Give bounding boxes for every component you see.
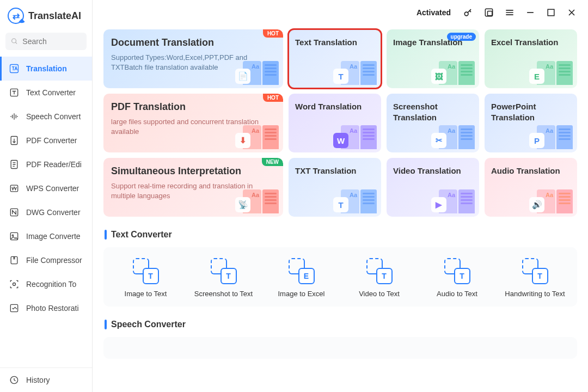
card-deco: Aa✂ (439, 125, 475, 149)
card-deco: AaT (341, 61, 377, 85)
tool-label: Screenshot to Text (194, 290, 253, 299)
tool-label: Handwriting to Text (505, 290, 565, 299)
svg-rect-15 (485, 9, 492, 16)
translation-row-2: HOT PDF Translation large files supporte… (103, 94, 577, 152)
tool-audio-to-text[interactable]: T Audio to Text (420, 258, 494, 299)
recognition-icon (9, 279, 20, 290)
card-title: Audio Translation (491, 166, 571, 176)
sidebar-item-label: File Compressor (26, 256, 82, 265)
svg-point-0 (12, 39, 16, 43)
sidebar-item-photo-restore[interactable]: Photo Restorati (0, 296, 92, 320)
sidebar-item-wps-converter[interactable]: WPS Converter (0, 176, 92, 200)
card-excel-translation[interactable]: Excel Translation AaE (485, 29, 577, 88)
sidebar-item-label: DWG Converter (26, 208, 81, 217)
card-deco: AaE (537, 61, 573, 85)
restore-icon (9, 303, 20, 314)
sidebar-item-label: PDF Reader/Edi (26, 160, 82, 169)
card-audio-translation[interactable]: Audio Translation Aa🔊 (485, 158, 577, 217)
svg-point-9 (12, 235, 14, 236)
translation-row-1: HOT Document Translation Supported Types… (103, 29, 577, 88)
card-word-translation[interactable]: Word Translation AaW (289, 94, 381, 152)
card-deco: AaW (341, 125, 377, 149)
search-box[interactable] (5, 33, 87, 50)
content: HOT Document Translation Supported Types… (93, 25, 588, 392)
card-title: Excel Translation (491, 37, 571, 48)
card-deco: Aa📡 (243, 189, 279, 213)
translation-row-3: NEW Simultaneous Interpretation Support … (103, 158, 577, 217)
badge-hot: HOT (263, 94, 283, 102)
tool-screenshot-to-text[interactable]: T Screenshot to Text (187, 258, 260, 299)
card-title: Screenshot Translation (393, 101, 473, 122)
card-pdf-translation[interactable]: HOT PDF Translation large files supporte… (103, 94, 283, 152)
sidebar-item-pdf-reader[interactable]: PDF Reader/Edi (0, 152, 92, 176)
card-powerpoint-translation[interactable]: PowerPoint Translation AaP (485, 94, 577, 152)
search-input[interactable] (22, 37, 81, 46)
sidebar-item-label: Speech Convert (26, 112, 81, 121)
tool-video-to-text[interactable]: T Video to Text (342, 258, 416, 299)
tool-image-to-excel[interactable]: E Image to Excel (265, 258, 338, 299)
sidebar-item-image-converter[interactable]: Image Converte (0, 224, 92, 248)
tool-icon: T (444, 258, 470, 284)
svg-point-14 (464, 12, 468, 16)
card-title: PDF Translation (111, 101, 275, 113)
minimize-icon[interactable] (525, 7, 536, 18)
tool-icon: E (289, 258, 315, 284)
card-txt-translation[interactable]: TXT Translation AaT (289, 158, 381, 217)
sidebar-item-label: Photo Restorati (26, 304, 79, 313)
sidebar-item-label: Image Converte (26, 232, 81, 241)
menu-icon[interactable] (504, 7, 515, 18)
card-title: Word Translation (295, 101, 375, 112)
card-title: TXT Translation (295, 166, 375, 176)
sidebar-item-history[interactable]: History (0, 367, 92, 392)
speech-converter-tools (103, 337, 577, 359)
card-title: PowerPoint Translation (491, 101, 571, 122)
sidebar-item-label: Recognition To (26, 280, 76, 289)
sidebar-item-speech-convert[interactable]: Speech Convert (0, 105, 92, 128)
card-title: Document Translation (111, 37, 275, 48)
sidebar-item-pdf-converter[interactable]: PDF Converter (0, 128, 92, 152)
sidebar-item-file-compressor[interactable]: File Compressor (0, 248, 92, 272)
card-deco: AaP (537, 125, 573, 149)
sidebar-item-label: History (26, 376, 50, 384)
maximize-icon[interactable] (546, 7, 556, 18)
section-bar (105, 230, 107, 240)
badge-hot: HOT (263, 29, 283, 38)
logo-row: ⇄ TranslateAI (0, 0, 92, 30)
card-image-translation[interactable]: upgrade Image Translation Aa🖼 (387, 29, 479, 88)
tool-handwriting-to-text[interactable]: T Handwriting to Text (498, 258, 572, 299)
close-icon[interactable] (566, 7, 577, 18)
pdf-converter-icon (9, 135, 20, 146)
sidebar-item-recognition[interactable]: Recognition To (0, 272, 92, 296)
badge-upgrade: upgrade (447, 33, 476, 41)
card-simultaneous-interpretation[interactable]: NEW Simultaneous Interpretation Support … (103, 158, 283, 217)
tool-label: Image to Excel (278, 290, 325, 299)
svg-point-11 (13, 283, 16, 286)
card-screenshot-translation[interactable]: Screenshot Translation Aa✂ (387, 94, 479, 152)
card-deco: Aa📄 (243, 61, 279, 85)
titlebar: Activated (93, 0, 588, 25)
text-converter-tools: T Image to Text T Screenshot to Text E I… (103, 247, 577, 307)
tool-icon: T (522, 258, 548, 284)
card-deco: Aa⬇ (243, 125, 279, 149)
svg-rect-6 (10, 185, 17, 192)
key-icon[interactable] (463, 7, 474, 18)
sidebar-item-translation[interactable]: Translation (0, 57, 92, 81)
section-header-text-converter: Text Converter (105, 230, 577, 240)
card-title: Video Translation (393, 166, 473, 176)
app-logo-icon: ⇄ (8, 8, 24, 24)
card-text-translation[interactable]: Text Translation AaT (289, 29, 381, 88)
speech-icon (9, 111, 20, 122)
translation-icon (9, 63, 20, 74)
card-document-translation[interactable]: HOT Document Translation Supported Types… (103, 29, 283, 88)
tool-image-to-text[interactable]: T Image to Text (109, 258, 182, 299)
sidebar-item-dwg-converter[interactable]: DWG Converter (0, 200, 92, 224)
screenshot-icon[interactable] (483, 7, 494, 18)
main: Activated HOT Document Translation Suppo… (93, 0, 588, 392)
tool-icon: T (133, 258, 159, 284)
tool-label: Image to Text (125, 290, 167, 299)
text-converter-icon (9, 87, 20, 98)
sidebar: ⇄ TranslateAI Translation Text Converter… (0, 0, 93, 392)
card-video-translation[interactable]: Video Translation Aa▶ (387, 158, 479, 217)
sidebar-item-text-converter[interactable]: Text Converter (0, 81, 92, 105)
svg-rect-17 (548, 9, 554, 16)
